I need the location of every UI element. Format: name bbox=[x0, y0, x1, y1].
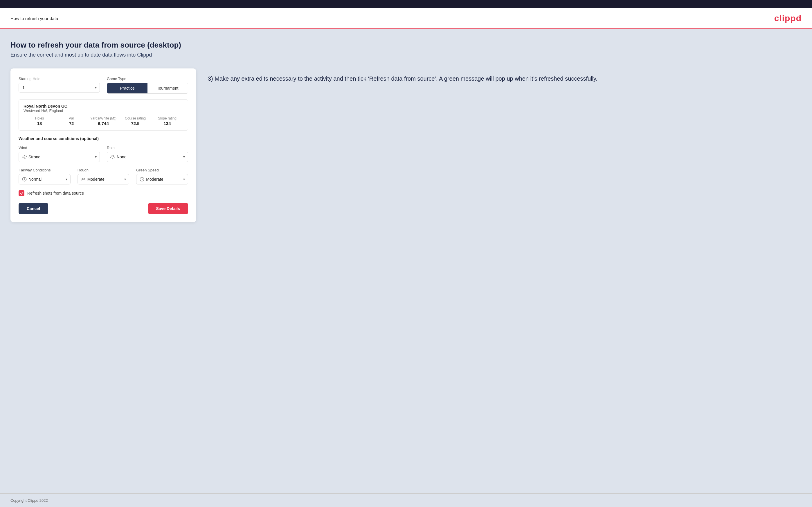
green-speed-group: Green Speed Moderate ▾ bbox=[136, 168, 188, 184]
green-speed-select[interactable]: Moderate ▾ bbox=[136, 174, 188, 184]
green-speed-label: Green Speed bbox=[136, 168, 188, 172]
rain-icon bbox=[110, 154, 115, 160]
content-row: Starting Hole 1 ▾ Game Type Practice Tou… bbox=[10, 68, 802, 222]
game-type-label: Game Type bbox=[107, 76, 188, 81]
rough-select[interactable]: Moderate ▾ bbox=[78, 174, 130, 184]
refresh-checkbox[interactable] bbox=[18, 190, 24, 196]
rain-label: Rain bbox=[107, 146, 188, 150]
rain-chevron-icon: ▾ bbox=[183, 155, 185, 159]
top-bar bbox=[0, 0, 812, 8]
practice-toggle-button[interactable]: Practice bbox=[107, 83, 148, 94]
stat-yards: Yards/White (M)) 6,744 bbox=[87, 116, 119, 126]
page-subheading: Ensure the correct and most up to date d… bbox=[10, 52, 802, 58]
side-description: 3) Make any extra edits necessary to the… bbox=[208, 68, 802, 83]
footer: Copyright Clippd 2022 bbox=[0, 493, 812, 507]
slope-rating-value: 134 bbox=[163, 121, 171, 126]
wind-icon bbox=[22, 154, 27, 160]
page-heading: How to refresh your data from source (de… bbox=[10, 41, 802, 50]
rough-value: Moderate bbox=[87, 177, 104, 181]
green-speed-chevron-icon: ▾ bbox=[183, 177, 185, 181]
wind-chevron-icon: ▾ bbox=[95, 155, 97, 159]
starting-hole-chevron-icon: ▾ bbox=[95, 86, 97, 90]
stat-par: Par 72 bbox=[55, 116, 87, 126]
fairway-value: Normal bbox=[29, 177, 42, 181]
footer-text: Copyright Clippd 2022 bbox=[10, 498, 48, 503]
game-type-toggle: Practice Tournament bbox=[107, 83, 188, 94]
course-location: Westward Ho!, England bbox=[23, 109, 183, 113]
form-card: Starting Hole 1 ▾ Game Type Practice Tou… bbox=[10, 68, 196, 222]
rain-select[interactable]: None ▾ bbox=[107, 152, 188, 162]
starting-hole-select[interactable]: 1 ▾ bbox=[18, 83, 100, 93]
wind-rain-row: Wind Strong ▾ Rain bbox=[18, 146, 188, 162]
stat-course-rating: Course rating 72.5 bbox=[119, 116, 151, 126]
main-content: How to refresh your data from source (de… bbox=[0, 29, 812, 493]
fairway-rough-green-row: Fairway Conditions Normal ▾ Rough bbox=[18, 168, 188, 184]
green-speed-icon bbox=[139, 177, 145, 182]
cancel-button[interactable]: Cancel bbox=[18, 203, 48, 214]
yards-value: 6,744 bbox=[98, 121, 109, 126]
top-form-row: Starting Hole 1 ▾ Game Type Practice Tou… bbox=[18, 76, 188, 94]
save-details-button[interactable]: Save Details bbox=[148, 203, 189, 214]
course-rating-value: 72.5 bbox=[131, 121, 139, 126]
fairway-icon bbox=[22, 177, 27, 182]
holes-label: Holes bbox=[23, 116, 55, 120]
fairway-label: Fairway Conditions bbox=[18, 168, 70, 172]
course-info-panel: Royal North Devon GC, Westward Ho!, Engl… bbox=[18, 100, 188, 130]
wind-value: Strong bbox=[29, 155, 40, 159]
starting-hole-value: 1 bbox=[22, 85, 25, 90]
wind-group: Wind Strong ▾ bbox=[18, 146, 100, 162]
fairway-select[interactable]: Normal ▾ bbox=[18, 174, 70, 184]
course-rating-label: Course rating bbox=[119, 116, 151, 120]
stat-slope-rating: Slope rating 134 bbox=[151, 116, 183, 126]
wind-label: Wind bbox=[18, 146, 100, 150]
tournament-toggle-button[interactable]: Tournament bbox=[148, 83, 188, 94]
slope-rating-label: Slope rating bbox=[151, 116, 183, 120]
holes-value: 18 bbox=[37, 121, 42, 126]
starting-hole-group: Starting Hole 1 ▾ bbox=[18, 76, 100, 94]
header: How to refresh your data clippd bbox=[0, 8, 812, 29]
weather-section-title: Weather and course conditions (optional) bbox=[18, 136, 188, 141]
rough-icon bbox=[81, 177, 86, 182]
header-title: How to refresh your data bbox=[10, 16, 58, 21]
course-name: Royal North Devon GC, bbox=[23, 104, 183, 109]
fairway-group: Fairway Conditions Normal ▾ bbox=[18, 168, 70, 184]
button-row: Cancel Save Details bbox=[18, 203, 188, 214]
rough-chevron-icon: ▾ bbox=[124, 177, 126, 181]
yards-label: Yards/White (M)) bbox=[87, 116, 119, 120]
par-value: 72 bbox=[69, 121, 74, 126]
rain-value: None bbox=[117, 155, 126, 159]
fairway-chevron-icon: ▾ bbox=[66, 177, 67, 181]
game-type-group: Game Type Practice Tournament bbox=[107, 76, 188, 94]
green-speed-value: Moderate bbox=[146, 177, 163, 181]
refresh-checkbox-label: Refresh shots from data source bbox=[27, 191, 84, 195]
side-description-text: 3) Make any extra edits necessary to the… bbox=[208, 74, 802, 83]
refresh-checkbox-row: Refresh shots from data source bbox=[18, 190, 188, 196]
par-label: Par bbox=[55, 116, 87, 120]
rough-label: Rough bbox=[78, 168, 130, 172]
starting-hole-label: Starting Hole bbox=[18, 76, 100, 81]
svg-point-0 bbox=[112, 155, 113, 157]
logo: clippd bbox=[774, 13, 802, 23]
wind-select[interactable]: Strong ▾ bbox=[18, 152, 100, 162]
rough-group: Rough Moderate ▾ bbox=[78, 168, 130, 184]
course-stats: Holes 18 Par 72 Yards/White (M)) 6,744 C… bbox=[23, 116, 183, 126]
rain-group: Rain None ▾ bbox=[107, 146, 188, 162]
stat-holes: Holes 18 bbox=[23, 116, 55, 126]
